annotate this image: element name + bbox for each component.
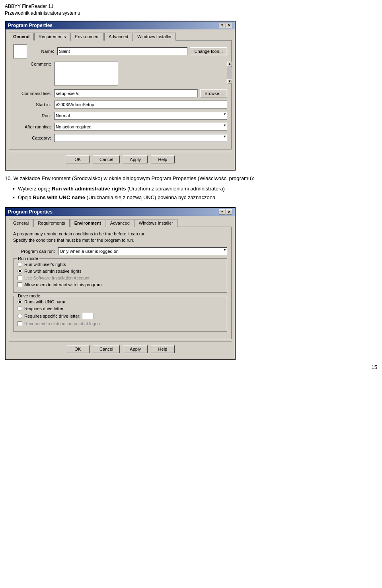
radio-specific-drive[interactable]	[18, 314, 22, 318]
radio-specific-drive-label: Requires specific drive letter:	[24, 314, 80, 318]
tab-content-environment: A program may require certain conditions…	[9, 227, 232, 339]
startin-label: Start in:	[13, 102, 51, 107]
tab-advanced-2[interactable]: Advanced	[106, 219, 134, 227]
titlebar-buttons-2: ? ✕	[219, 209, 232, 215]
apply-btn-1[interactable]: Apply	[123, 155, 148, 163]
run-mode-label: Run mode	[17, 256, 39, 261]
help-btn-1[interactable]: Help	[151, 155, 175, 163]
radio-users-rights[interactable]	[18, 262, 22, 267]
after-run-select[interactable]: No action required	[54, 123, 227, 131]
tab-general-2[interactable]: General	[9, 219, 33, 227]
startin-input[interactable]	[54, 101, 227, 109]
close-titlebar-btn-2[interactable]: ✕	[226, 209, 232, 215]
radio-unc[interactable]	[18, 299, 22, 304]
tab-windows-installer-2[interactable]: Windows Installer	[134, 219, 177, 227]
tab-content-general: Name: Change Icon... Comment: ▲	[9, 40, 232, 149]
drive-mode-group: Drive mode Runs with UNC name Requires d…	[13, 296, 227, 332]
checkbox-reconnect-row: Reconnect to distribution point at logon	[18, 321, 223, 326]
cmdline-row: Command line: Browse...	[13, 89, 227, 97]
radio-unc-label: Runs with UNC name	[24, 299, 66, 304]
scrollup-icon[interactable]: ▲	[227, 62, 232, 66]
dialog-program-properties-1: Program Properties ? ✕ General Requireme…	[5, 21, 236, 171]
dialog-titlebar-1: Program Properties ? ✕	[6, 21, 235, 29]
tabs-1: General Requirements Environment Advance…	[9, 33, 232, 41]
main-content: 10. W zakładce Environment (Środowisko) …	[5, 171, 377, 208]
program-can-run-label: Program can run:	[13, 249, 55, 254]
radio-users-rights-label: Run with user's rights	[24, 262, 66, 267]
dialog-body-1: General Requirements Environment Advance…	[6, 29, 235, 170]
scrolldown-icon[interactable]: ▼	[227, 79, 232, 84]
category-row: Category:	[13, 134, 227, 142]
checkbox-allow-interact-label: Allow users to interact with this progra…	[24, 282, 101, 287]
radio-drive-letter-label: Requires drive letter	[24, 306, 63, 311]
run-label: Run:	[13, 113, 51, 118]
cancel-btn-1[interactable]: Cancel	[93, 155, 120, 163]
bullet-1: • Wybierz opcję Run with administrative …	[13, 186, 377, 192]
checkbox-allow-interact-row[interactable]: Allow users to interact with this progra…	[18, 282, 223, 287]
category-select-wrapper	[54, 134, 227, 142]
comment-textarea[interactable]	[54, 62, 118, 85]
tab-advanced-1[interactable]: Advanced	[104, 33, 133, 41]
close-titlebar-btn-1[interactable]: ✕	[226, 23, 232, 28]
help-btn-2[interactable]: Help	[151, 345, 175, 353]
name-input[interactable]	[57, 47, 187, 55]
radio-admin-rights[interactable]	[18, 269, 22, 274]
program-can-run-wrapper: Only when a user is logged on	[58, 247, 227, 255]
after-run-label: After running:	[13, 124, 51, 129]
checkbox-reconnect	[18, 321, 22, 326]
bullet-2: • Opcja Runs with UNC name (Uruchamia si…	[13, 194, 377, 201]
run-row: Run: Normal	[13, 112, 227, 120]
comment-label: Comment:	[13, 62, 51, 66]
intro-text: 10. W zakładce Environment (Środowisko) …	[5, 175, 377, 183]
help-titlebar-btn-1[interactable]: ?	[219, 23, 225, 28]
ok-btn-1[interactable]: OK	[66, 155, 90, 163]
radio-drive-letter-row[interactable]: Requires drive letter	[18, 306, 223, 311]
cmdline-field-group: Browse...	[54, 89, 227, 97]
radio-unc-row[interactable]: Runs with UNC name	[18, 299, 223, 304]
dialog-title-1: Program Properties	[8, 23, 53, 28]
page-number: 15	[5, 364, 377, 370]
run-mode-group: Run mode Run with user's rights Run with…	[13, 258, 227, 293]
dialog-program-properties-2: Program Properties ? ✕ General Requireme…	[5, 207, 236, 360]
radio-drive-letter[interactable]	[18, 306, 22, 311]
change-icon-btn[interactable]: Change Icon...	[190, 47, 227, 55]
program-can-run-select[interactable]: Only when a user is logged on	[58, 247, 227, 255]
dialog-title-2: Program Properties	[8, 209, 53, 215]
comment-row: Comment: ▲ ▼	[13, 62, 227, 86]
dialog-titlebar-2: Program Properties ? ✕	[6, 208, 235, 216]
help-titlebar-btn-2[interactable]: ?	[219, 209, 225, 215]
cmdline-input[interactable]	[54, 89, 198, 97]
tab-environment-1[interactable]: Environment	[70, 33, 104, 41]
specific-drive-input[interactable]	[82, 313, 94, 319]
bullet-icon-1: •	[13, 186, 15, 192]
after-run-select-wrapper: No action required	[54, 123, 227, 131]
after-run-row: After running: No action required	[13, 123, 227, 131]
cancel-btn-2[interactable]: Cancel	[93, 345, 120, 353]
run-select[interactable]: Normal	[54, 112, 227, 120]
startin-row: Start in:	[13, 101, 227, 109]
scroll-track	[227, 67, 232, 79]
tab-requirements-1[interactable]: Requirements	[34, 33, 70, 41]
tab-general-1[interactable]: General	[9, 33, 34, 41]
ok-btn-2[interactable]: OK	[66, 345, 90, 353]
apply-btn-2[interactable]: Apply	[123, 345, 148, 353]
titlebar-buttons-1: ? ✕	[219, 23, 232, 28]
radio-admin-rights-row[interactable]: Run with administrative rights	[18, 269, 223, 274]
tabs-2: General Requirements Environment Advance…	[9, 219, 232, 227]
radio-users-rights-row[interactable]: Run with user's rights	[18, 262, 223, 267]
program-icon	[13, 45, 27, 58]
run-select-wrapper: Normal	[54, 112, 227, 120]
checkbox-allow-interact[interactable]	[18, 282, 22, 287]
tab-requirements-2[interactable]: Requirements	[33, 219, 69, 227]
tab-windows-installer-1[interactable]: Windows Installer	[133, 33, 176, 41]
env-description: A program may require certain conditions…	[13, 231, 227, 243]
radio-specific-drive-row[interactable]: Requires specific drive letter:	[18, 313, 223, 319]
program-can-run-row: Program can run: Only when a user is log…	[13, 247, 227, 255]
category-select[interactable]	[54, 134, 227, 142]
dialog-body-2: General Requirements Environment Advance…	[6, 216, 235, 359]
checkbox-reconnect-label: Reconnect to distribution point at logon	[24, 321, 100, 326]
tab-environment-2[interactable]: Environment	[70, 219, 105, 227]
bullet-icon-2: •	[13, 194, 15, 201]
category-label: Category:	[13, 136, 51, 140]
browse-btn-1[interactable]: Browse...	[200, 89, 227, 97]
